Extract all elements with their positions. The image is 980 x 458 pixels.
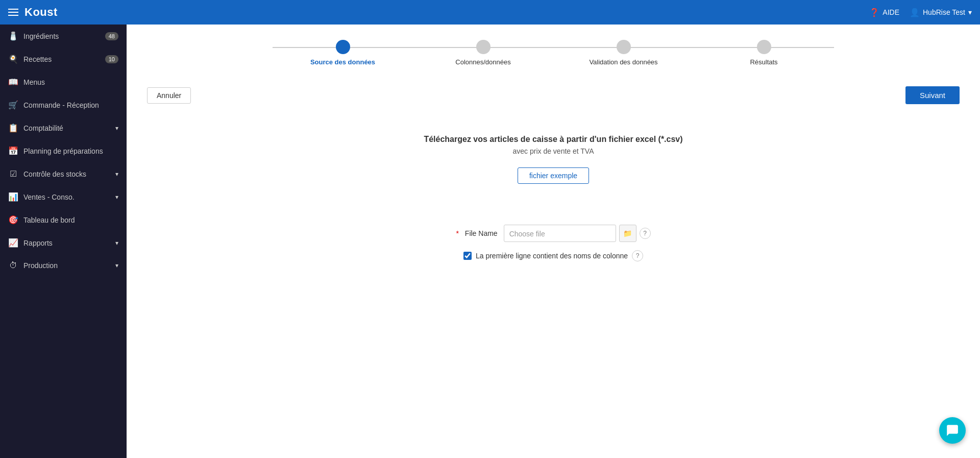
sidebar-item-commande-reception[interactable]: 🛒Commande - Réception: [0, 93, 127, 116]
steps-container: Source des données Colonnes/données Vali…: [273, 40, 834, 66]
upload-section: Téléchargez vos articles de caisse à par…: [147, 125, 960, 204]
app-logo: Koust: [24, 6, 58, 19]
file-input-section: * File Name Choose file 📁 ? La première: [147, 225, 960, 261]
file-row: * File Name Choose file 📁 ?: [456, 225, 650, 242]
chat-icon: [946, 424, 959, 437]
first-line-checkbox[interactable]: [463, 252, 472, 260]
ingredients-icon: 🧂: [8, 31, 18, 41]
upload-title: Téléchargez vos articles de caisse à par…: [147, 135, 960, 144]
sidebar-item-ventes-conso[interactable]: 📊Ventes - Conso.▾: [0, 185, 127, 208]
required-asterisk: *: [456, 229, 458, 237]
commande-reception-label: Commande - Réception: [23, 101, 118, 109]
topbar-right: ❓ AIDE 👤 HubRise Test ▾: [869, 8, 972, 17]
steps-line: [273, 47, 834, 48]
topbar-left: Koust: [8, 6, 58, 19]
user-menu[interactable]: 👤 HubRise Test ▾: [910, 8, 972, 17]
rapports-icon: 📈: [8, 238, 18, 248]
step-dot-resultats: [757, 40, 771, 54]
help-button[interactable]: ❓ AIDE: [869, 8, 899, 17]
file-name-label: File Name: [465, 229, 498, 237]
comptabilite-icon: 📋: [8, 123, 18, 133]
tableau-bord-icon: 🎯: [8, 215, 18, 225]
checkbox-label[interactable]: La première ligne contient des noms de c…: [476, 252, 628, 260]
step-label-validation: Validation des données: [589, 58, 657, 66]
sidebar-item-recettes[interactable]: 🍳Recettes10: [0, 47, 127, 70]
step-label-source: Source des données: [310, 58, 375, 66]
content-area: Source des données Colonnes/données Vali…: [127, 25, 980, 458]
sidebar-item-rapports[interactable]: 📈Rapports▾: [0, 231, 127, 254]
controle-stocks-icon: ☑: [8, 169, 18, 179]
upload-subtitle: avec prix de vente et TVA: [147, 147, 960, 155]
example-file-button[interactable]: fichier exemple: [518, 167, 589, 184]
tableau-bord-label: Tableau de bord: [23, 216, 118, 224]
controle-stocks-chevron-icon: ▾: [115, 171, 118, 178]
ventes-conso-label: Ventes - Conso.: [23, 193, 110, 201]
rapports-chevron-icon: ▾: [115, 239, 118, 247]
step-validation: Validation des données: [553, 40, 694, 66]
folder-icon: 📁: [623, 229, 632, 237]
recettes-icon: 🍳: [8, 54, 18, 64]
next-button[interactable]: Suivant: [905, 86, 960, 104]
ingredients-label: Ingrédients: [23, 32, 100, 40]
production-chevron-icon: ▾: [115, 262, 118, 269]
user-icon: 👤: [910, 8, 920, 17]
file-input-display[interactable]: Choose file: [504, 225, 616, 242]
wizard-card: Source des données Colonnes/données Vali…: [127, 25, 980, 458]
sidebar-item-planning[interactable]: 📅Planning de préparations: [0, 139, 127, 162]
chat-bubble[interactable]: [939, 417, 966, 444]
step-colonnes: Colonnes/données: [413, 40, 553, 66]
step-label-resultats: Résultats: [750, 58, 777, 66]
comptabilite-chevron-icon: ▾: [115, 125, 118, 132]
file-input-wrapper: Choose file 📁 ?: [504, 225, 651, 242]
controle-stocks-label: Contrôle des stocks: [23, 170, 110, 178]
comptabilite-label: Comptabilité: [23, 124, 110, 132]
planning-label: Planning de préparations: [23, 147, 118, 155]
commande-reception-icon: 🛒: [8, 100, 18, 110]
ventes-conso-chevron-icon: ▾: [115, 194, 118, 201]
hamburger-icon[interactable]: [8, 9, 18, 16]
production-label: Production: [23, 261, 110, 270]
recettes-badge: 10: [105, 55, 118, 63]
ventes-conso-icon: 📊: [8, 192, 18, 202]
wizard-content: Annuler Suivant Téléchargez vos articles…: [127, 76, 980, 282]
sidebar-item-controle-stocks[interactable]: ☑Contrôle des stocks▾: [0, 162, 127, 185]
step-label-colonnes: Colonnes/données: [455, 58, 510, 66]
file-browse-button[interactable]: 📁: [619, 225, 636, 242]
sidebar-item-menus[interactable]: 📖Menus: [0, 70, 127, 93]
wizard-actions-top: Annuler Suivant: [147, 86, 960, 104]
help-icon: ❓: [869, 8, 879, 17]
sidebar-item-production[interactable]: ⏱Production▾: [0, 254, 127, 277]
step-source: Source des données: [273, 40, 413, 66]
rapports-label: Rapports: [23, 239, 110, 247]
production-icon: ⏱: [8, 261, 18, 270]
step-dot-colonnes: [476, 40, 491, 54]
topbar: Koust ❓ AIDE 👤 HubRise Test ▾: [0, 0, 980, 25]
checkbox-help-icon[interactable]: ?: [632, 250, 643, 261]
main-layout: 🧂Ingrédients48🍳Recettes10📖Menus🛒Commande…: [0, 25, 980, 458]
ingredients-badge: 48: [105, 32, 118, 40]
user-chevron-icon: ▾: [968, 8, 972, 16]
menus-label: Menus: [23, 78, 118, 86]
step-resultats: Résultats: [694, 40, 834, 66]
steps-bar: Source des données Colonnes/données Vali…: [127, 25, 980, 76]
sidebar-item-ingredients[interactable]: 🧂Ingrédients48: [0, 25, 127, 47]
cancel-button[interactable]: Annuler: [147, 87, 191, 104]
sidebar: 🧂Ingrédients48🍳Recettes10📖Menus🛒Commande…: [0, 25, 127, 458]
step-dot-source: [336, 40, 350, 54]
menus-icon: 📖: [8, 77, 18, 87]
step-dot-validation: [617, 40, 631, 54]
checkbox-row: La première ligne contient des noms de c…: [463, 250, 643, 261]
recettes-label: Recettes: [23, 55, 100, 63]
file-help-icon[interactable]: ?: [640, 228, 651, 239]
planning-icon: 📅: [8, 146, 18, 156]
sidebar-item-comptabilite[interactable]: 📋Comptabilité▾: [0, 116, 127, 139]
sidebar-item-tableau-bord[interactable]: 🎯Tableau de bord: [0, 208, 127, 231]
